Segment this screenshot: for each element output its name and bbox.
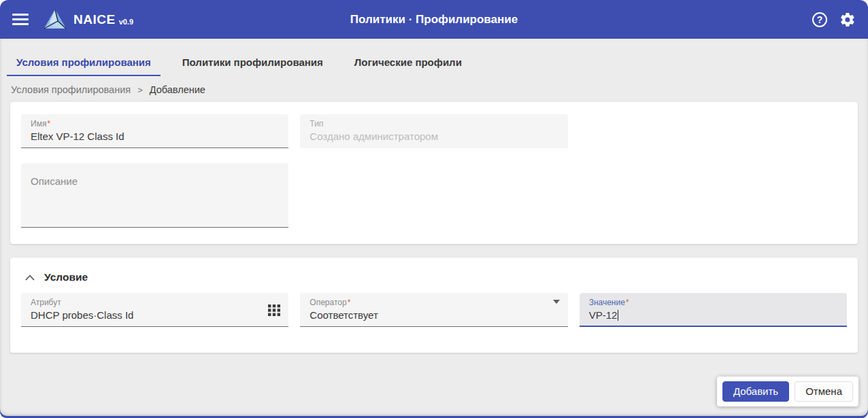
value-field[interactable]: Значение* VP-12 [580,293,847,327]
app-header: NAICE v0.9 Политики · Профилирование ? [0,0,868,39]
add-button[interactable]: Добавить [722,381,789,402]
action-panel: Добавить Отмена [717,377,858,406]
page-body: Условия профилирования Политики профилир… [0,39,868,416]
name-field[interactable]: Имя* Eltex VP-12 Class Id [21,114,288,148]
settings-gear-icon[interactable] [839,12,856,28]
name-field-label: Имя* [31,119,280,128]
app-version: v0.9 [119,18,133,26]
naice-logo-icon [44,9,67,31]
type-field-value: Создано администратором [310,130,559,142]
condition-section-title: Условие [44,271,88,283]
menu-hamburger-icon[interactable] [12,14,29,25]
app-name: NAICE [73,12,116,27]
dropdown-arrow-icon[interactable] [553,300,560,315]
condition-section-header: Условие [21,267,847,293]
description-placeholder: Описание [31,175,280,187]
operator-field-label: Оператор* [310,298,559,307]
tab-logical-profiles[interactable]: Логические профили [345,52,471,76]
required-asterisk: * [47,119,50,128]
tab-profiling-policies[interactable]: Политики профилирования [173,52,333,76]
breadcrumb-separator: > [137,85,143,95]
cancel-button[interactable]: Отмена [795,381,853,402]
chevron-up-icon[interactable] [25,275,35,281]
value-field-value: VP-12 [589,309,839,321]
required-asterisk: * [626,298,629,307]
required-asterisk: * [348,298,351,307]
condition-card: Условие Атрибут DHCP probes·Class Id [10,258,858,353]
tab-bar: Условия профилирования Политики профилир… [0,39,868,76]
breadcrumb-current: Добавление [150,84,205,95]
main-form-card: Имя* Eltex VP-12 Class Id Тип Создано ад… [10,102,858,244]
type-field: Тип Создано администратором [300,114,567,148]
text-caret [618,310,618,321]
breadcrumb: Условия профилирования > Добавление [0,76,868,102]
attribute-field-value: DHCP probes·Class Id [31,309,280,321]
grid-picker-icon[interactable] [268,304,280,316]
breadcrumb-parent[interactable]: Условия профилирования [11,84,131,95]
value-field-label: Значение* [589,298,839,307]
help-icon[interactable]: ? [812,12,827,27]
type-field-label: Тип [310,119,559,128]
name-field-value: Eltex VP-12 Class Id [31,130,280,142]
description-field[interactable]: Описание [21,163,288,228]
attribute-field-label: Атрибут [31,298,280,307]
operator-field[interactable]: Оператор* Соответствует [300,293,567,327]
tab-profiling-conditions[interactable]: Условия профилирования [7,52,161,76]
app-window: NAICE v0.9 Политики · Профилирование ? У… [0,0,868,418]
attribute-field[interactable]: Атрибут DHCP probes·Class Id [21,293,288,327]
operator-field-value: Соответствует [310,309,559,321]
